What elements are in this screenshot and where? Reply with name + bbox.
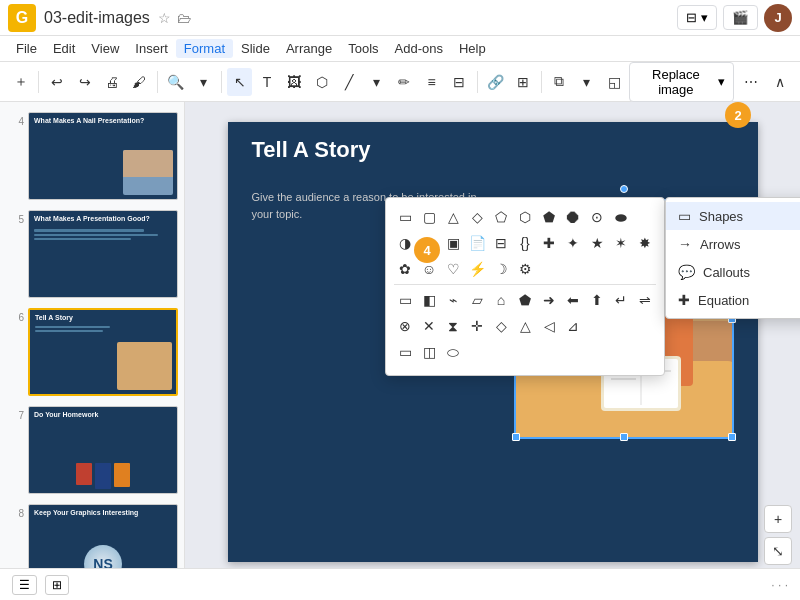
line-button[interactable]: ╱: [337, 68, 362, 96]
menu-edit[interactable]: Edit: [45, 39, 83, 58]
replace-image-button[interactable]: Replace image ▾: [629, 62, 734, 102]
shape-diamond[interactable]: ◇: [466, 206, 488, 228]
menu-view[interactable]: View: [83, 39, 127, 58]
grid-view-button[interactable]: ⊞: [45, 575, 69, 595]
line-arrow[interactable]: ▾: [364, 68, 389, 96]
shape-rtriangle[interactable]: ◁: [538, 315, 560, 337]
image-button[interactable]: 🖼: [282, 68, 307, 96]
shape-wedge[interactable]: ⊿: [562, 315, 584, 337]
crop-button[interactable]: ⧉: [546, 68, 571, 96]
print-button[interactable]: 🖨: [99, 68, 124, 96]
shape-rect3[interactable]: ◧: [418, 289, 440, 311]
shape-triangle2[interactable]: △: [514, 315, 536, 337]
zoom-arrow[interactable]: ▾: [190, 68, 215, 96]
shape-cross[interactable]: ✚: [538, 232, 560, 254]
menu-tools[interactable]: Tools: [340, 39, 386, 58]
slide-thumb-4[interactable]: 4 What Makes A Nail Presentation?: [4, 110, 180, 202]
handle-bot-mid[interactable]: [620, 433, 628, 441]
shape-rect-round[interactable]: ▢: [418, 206, 440, 228]
shape-dodecagon[interactable]: ⬬: [610, 206, 632, 228]
link-button[interactable]: 🔗: [483, 68, 508, 96]
shape-heptagon[interactable]: ⬟: [538, 206, 560, 228]
shape-pentagon2[interactable]: ⬟: [514, 289, 536, 311]
shape-plus-x[interactable]: ✛: [466, 315, 488, 337]
layout-toggle-button[interactable]: ⊟ ▾: [677, 5, 717, 30]
list-view-button[interactable]: ☰: [12, 575, 37, 595]
star-icon[interactable]: ☆: [158, 10, 171, 26]
shape-cylinder[interactable]: ⊟: [490, 232, 512, 254]
menu-arrange[interactable]: Arrange: [278, 39, 340, 58]
submenu-equation[interactable]: ✚ Equation ▶: [666, 286, 800, 314]
zoom-in-button[interactable]: +: [764, 505, 792, 533]
shape-trapezoid[interactable]: ⌂: [490, 289, 512, 311]
shape-doc[interactable]: 📄: [466, 232, 488, 254]
folder-icon[interactable]: 🗁: [177, 10, 191, 26]
shape-star8[interactable]: ✸: [634, 232, 656, 254]
shape-arrow-right[interactable]: ➜: [538, 289, 560, 311]
handle-bot-left[interactable]: [512, 433, 520, 441]
menu-addons[interactable]: Add-ons: [387, 39, 451, 58]
shape-double-rect[interactable]: ◫: [418, 341, 440, 363]
shape-star6[interactable]: ✶: [610, 232, 632, 254]
present-button[interactable]: 🎬: [723, 5, 758, 30]
slide-thumb-7[interactable]: 7 Do Your Homework: [4, 404, 180, 496]
shape-rounded-rect[interactable]: ▭: [394, 341, 416, 363]
shape-circle-cross[interactable]: ⊗: [394, 315, 416, 337]
collapse-button[interactable]: ∧: [767, 68, 792, 96]
menu-format[interactable]: Format: [176, 39, 233, 58]
slide-thumb-5[interactable]: 5 What Makes A Presentation Good?: [4, 208, 180, 300]
expand-button[interactable]: ⤡: [764, 537, 792, 565]
shape-arrow-left[interactable]: ⬅: [562, 289, 584, 311]
shape-circle-x[interactable]: ✕: [418, 315, 440, 337]
crop-arrow[interactable]: ▾: [574, 68, 599, 96]
shape-heart[interactable]: ♡: [442, 258, 464, 280]
shape-pentagon[interactable]: ⬠: [490, 206, 512, 228]
shape-star4[interactable]: ✦: [562, 232, 584, 254]
submenu-shapes[interactable]: ▭ Shapes ▶: [666, 202, 800, 230]
zoom-button[interactable]: 🔍: [163, 68, 188, 96]
select-button[interactable]: ↖: [227, 68, 252, 96]
handle-bot-right[interactable]: [728, 433, 736, 441]
shape-moon[interactable]: ☽: [490, 258, 512, 280]
shape-hexagon[interactable]: ⬡: [514, 206, 536, 228]
text-box-button[interactable]: T: [254, 68, 279, 96]
shape-hourglass[interactable]: ⧗: [442, 315, 464, 337]
paint-format-button[interactable]: 🖌: [127, 68, 152, 96]
shape-frame[interactable]: ▣: [442, 232, 464, 254]
mask-button[interactable]: ◱: [601, 68, 626, 96]
shape-octagon[interactable]: ⯃: [562, 206, 584, 228]
shape-lightning[interactable]: ⚡: [466, 258, 488, 280]
shape-ellipse2[interactable]: ⬭: [442, 341, 464, 363]
pen-button[interactable]: ✏: [391, 68, 416, 96]
plus-button[interactable]: ⊞: [510, 68, 535, 96]
shape-chevron[interactable]: ⌁: [442, 289, 464, 311]
align-button[interactable]: ⊟: [446, 68, 471, 96]
shape-parallelogram[interactable]: ▱: [466, 289, 488, 311]
shape-flower[interactable]: ✿: [394, 258, 416, 280]
shape-rect[interactable]: ▭: [394, 206, 416, 228]
shape-triangle[interactable]: △: [442, 206, 464, 228]
menu-insert[interactable]: Insert: [127, 39, 176, 58]
shape-gear[interactable]: ⚙: [514, 258, 536, 280]
menu-help[interactable]: Help: [451, 39, 494, 58]
shape-diamond2[interactable]: ◇: [490, 315, 512, 337]
shape-circle-half[interactable]: ◑: [394, 232, 416, 254]
submenu-callouts[interactable]: 💬 Callouts ▶: [666, 258, 800, 286]
redo-button[interactable]: ↪: [72, 68, 97, 96]
submenu-arrows[interactable]: → Arrows ▶: [666, 230, 800, 258]
shape-decagon[interactable]: ⊙: [586, 206, 608, 228]
shape-star5[interactable]: ★: [586, 232, 608, 254]
shape-brace[interactable]: {}: [514, 232, 536, 254]
menu-slide[interactable]: Slide: [233, 39, 278, 58]
shape-arrow-up[interactable]: ⬆: [586, 289, 608, 311]
shape-arrow-split[interactable]: ⇌: [634, 289, 656, 311]
more-options-button[interactable]: ⋯: [738, 68, 763, 96]
undo-button[interactable]: ↩: [44, 68, 69, 96]
lines-button[interactable]: ≡: [419, 68, 444, 96]
slide-thumb-6[interactable]: 6 Tell A Story: [4, 306, 180, 398]
shape-smiley[interactable]: ☺: [418, 258, 440, 280]
shape-arrow-corner[interactable]: ↵: [610, 289, 632, 311]
doc-title[interactable]: 03-edit-images: [44, 9, 150, 27]
add-button[interactable]: ＋: [8, 68, 33, 96]
shape-rect2[interactable]: ▭: [394, 289, 416, 311]
